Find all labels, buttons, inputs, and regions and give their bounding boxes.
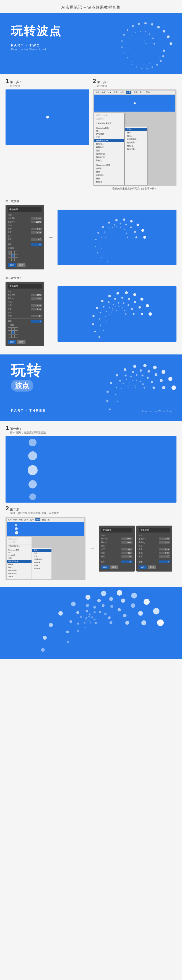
step-row-1-2: 1 第一步： 画个图形 2 第二步： 画个图形 <box>6 78 176 191</box>
svg-point-58 <box>108 221 110 223</box>
svg-point-49 <box>139 47 139 48</box>
svg-point-216 <box>104 613 107 615</box>
svg-point-13 <box>127 57 128 59</box>
svg-point-162 <box>142 375 144 377</box>
svg-point-206 <box>117 608 121 611</box>
svg-point-3 <box>157 26 160 29</box>
svg-point-205 <box>123 614 127 617</box>
dialog-buttons-1: 确定 取消 <box>8 262 42 267</box>
svg-point-165 <box>126 379 127 380</box>
svg-point-150 <box>155 373 157 376</box>
svg-point-17 <box>149 64 150 64</box>
svg-point-48 <box>138 45 138 45</box>
svg-point-225 <box>91 616 93 618</box>
svg-point-114 <box>123 302 125 304</box>
svg-point-116 <box>113 304 114 305</box>
svg-point-88 <box>141 298 144 301</box>
dialog-buttons-2: 确定 取消 <box>8 339 42 344</box>
second-transform-row: 变换效果 缩放 水平(H): 97% 垂直(V): 97% 移动 水平: 0 p… <box>6 282 176 346</box>
svg-point-83 <box>109 229 109 230</box>
svg-point-159 <box>153 387 155 389</box>
svg-point-139 <box>153 366 157 369</box>
hero-banner-2: 玩转 波点 PART · THREE Practice for Wave Poi… <box>0 355 182 421</box>
svg-point-207 <box>110 605 113 608</box>
five-circles <box>28 439 38 500</box>
part3-dialogs: 变换效果 缩放 水平(H): 100% 垂直(V): 100% 移动 水平: <box>99 526 176 571</box>
svg-point-135 <box>111 314 111 314</box>
svg-point-227 <box>86 617 87 619</box>
svg-point-108 <box>99 318 100 320</box>
svg-point-199 <box>86 604 89 607</box>
svg-point-4 <box>151 23 153 25</box>
svg-point-166 <box>122 383 124 385</box>
svg-point-64 <box>101 257 102 258</box>
svg-point-215 <box>108 616 111 619</box>
svg-point-234 <box>86 622 87 622</box>
svg-point-171 <box>136 380 137 381</box>
svg-point-133 <box>112 310 113 311</box>
svg-point-157 <box>115 394 116 395</box>
svg-point-144 <box>110 382 112 384</box>
svg-point-195 <box>131 603 135 608</box>
svg-point-47 <box>138 43 138 43</box>
svg-point-170 <box>140 381 141 382</box>
svg-point-61 <box>95 239 97 240</box>
svg-point-101 <box>134 301 136 303</box>
svg-point-16 <box>144 65 144 65</box>
svg-point-128 <box>109 314 109 315</box>
arrow-3: → <box>88 545 96 552</box>
svg-point-1 <box>167 35 169 38</box>
dropdown-menus-2: 应用上次效果 上次效果... 文档光栅效果... Illustrator效果 3… <box>6 537 84 579</box>
svg-point-95 <box>92 315 95 317</box>
svg-point-2 <box>163 30 165 33</box>
svg-point-185 <box>117 590 122 596</box>
svg-point-7 <box>132 25 134 27</box>
svg-point-43 <box>144 41 145 41</box>
svg-point-180 <box>128 387 129 388</box>
svg-point-156 <box>116 387 117 388</box>
svg-point-148 <box>162 386 165 389</box>
svg-point-39 <box>131 52 131 52</box>
dropdown-menus: 应用上次效果 上次效果... 文档光栅效果设置... Illustrator效果… <box>94 113 176 185</box>
svg-point-62 <box>95 246 96 247</box>
svg-point-186 <box>101 591 106 596</box>
dialog-title-2: 变换效果 <box>8 284 42 288</box>
svg-point-87 <box>146 304 149 307</box>
svg-point-196 <box>121 599 125 603</box>
page-title: AI实用笔记 – 波点效果教程合集 <box>0 0 182 13</box>
svg-point-40 <box>135 56 135 56</box>
svg-point-212 <box>77 622 79 625</box>
svg-point-6 <box>138 23 140 25</box>
svg-point-78 <box>126 232 128 234</box>
svg-point-204 <box>125 621 129 625</box>
canvas-dot <box>134 102 136 104</box>
hero2-part-right: Practice for Wave Point <box>141 410 174 413</box>
first-transform-label: 第一次变换： <box>6 199 176 203</box>
svg-point-106 <box>103 306 104 308</box>
svg-point-130 <box>118 311 119 312</box>
svg-point-191 <box>43 636 47 640</box>
step-1-label: 1 第一步： 画个图形 <box>6 78 89 88</box>
part3-step1-canvas <box>6 436 176 503</box>
svg-point-53 <box>141 229 144 232</box>
arrow-2: → <box>47 311 55 317</box>
svg-point-126 <box>112 308 113 309</box>
svg-point-219 <box>89 614 91 616</box>
svg-point-208 <box>102 604 104 607</box>
svg-point-45 <box>140 40 141 40</box>
svg-point-177 <box>133 384 134 385</box>
center-dot <box>46 116 49 119</box>
svg-point-93 <box>101 300 104 302</box>
origin-grid <box>8 251 42 261</box>
svg-point-198 <box>97 599 101 603</box>
svg-point-121 <box>125 313 127 315</box>
svg-point-18 <box>155 61 155 62</box>
svg-point-22 <box>160 60 162 62</box>
svg-point-80 <box>120 227 121 228</box>
svg-point-218 <box>93 611 96 613</box>
svg-point-167 <box>121 388 122 389</box>
svg-point-71 <box>114 224 116 226</box>
svg-point-178 <box>131 384 131 385</box>
svg-point-99 <box>141 313 143 315</box>
effect-submenu: 变换... 扭拧... 扭转... 收缩和膨胀... 波纹效果... 粗糙化..… <box>125 127 147 185</box>
